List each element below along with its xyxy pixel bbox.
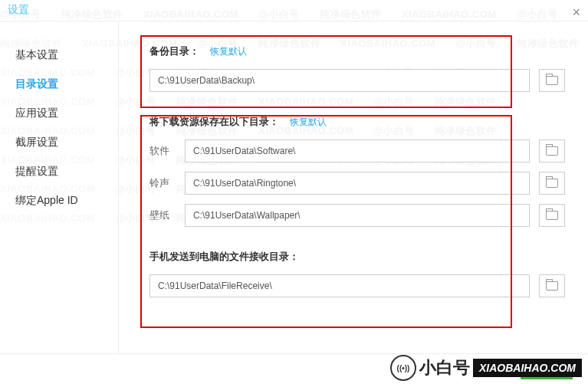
ringtone-path-input[interactable] bbox=[185, 172, 530, 195]
folder-icon bbox=[546, 211, 558, 220]
receive-title: 手机发送到电脑的文件接收目录： bbox=[149, 251, 299, 262]
ringtone-label: 铃声 bbox=[149, 176, 185, 190]
wallpaper-label: 壁纸 bbox=[149, 208, 185, 222]
sidebar: 基本设置 目录设置 应用设置 截屏设置 提醒设置 绑定Apple ID bbox=[0, 21, 119, 353]
browse-wallpaper-button[interactable] bbox=[539, 204, 565, 227]
main-panel: 备份目录： 恢复默认 将下载资源保存在以下目录： 恢复默认 软件 铃声 bbox=[119, 21, 588, 353]
restore-backup-link[interactable]: 恢复默认 bbox=[210, 46, 247, 57]
software-label: 软件 bbox=[149, 144, 185, 158]
sidebar-item-screenshot[interactable]: 截屏设置 bbox=[15, 128, 118, 157]
window-title: 设置 bbox=[8, 3, 29, 15]
footer: 确定 bbox=[0, 353, 588, 384]
section-receive: 手机发送到电脑的文件接收目录： bbox=[149, 250, 565, 297]
folder-icon bbox=[546, 281, 558, 290]
sidebar-item-appleid[interactable]: 绑定Apple ID bbox=[15, 186, 118, 215]
browse-backup-button[interactable] bbox=[539, 69, 565, 92]
restore-download-link[interactable]: 恢复默认 bbox=[290, 117, 327, 127]
section-download: 将下载资源保存在以下目录： 恢复默认 软件 铃声 壁纸 bbox=[149, 115, 565, 227]
backup-path-input[interactable] bbox=[149, 69, 530, 92]
ok-button[interactable]: 确定 bbox=[521, 359, 573, 379]
titlebar: 设置 × bbox=[0, 0, 588, 21]
sidebar-item-reminder[interactable]: 提醒设置 bbox=[15, 157, 118, 186]
close-icon[interactable]: × bbox=[572, 5, 580, 21]
software-path-input[interactable] bbox=[185, 139, 530, 162]
receive-path-input[interactable] bbox=[149, 274, 530, 297]
backup-title: 备份目录： bbox=[149, 45, 199, 57]
folder-icon bbox=[546, 179, 558, 188]
section-backup: 备份目录： 恢复默认 bbox=[149, 44, 565, 92]
wallpaper-path-input[interactable] bbox=[185, 204, 530, 227]
browse-receive-button[interactable] bbox=[539, 274, 565, 297]
browse-software-button[interactable] bbox=[539, 139, 565, 162]
folder-icon bbox=[546, 76, 558, 85]
sidebar-item-basic[interactable]: 基本设置 bbox=[15, 41, 118, 70]
folder-icon bbox=[546, 146, 558, 156]
download-title: 将下载资源保存在以下目录： bbox=[149, 116, 279, 127]
sidebar-item-directory[interactable]: 目录设置 bbox=[15, 70, 118, 99]
browse-ringtone-button[interactable] bbox=[539, 172, 565, 195]
sidebar-item-app[interactable]: 应用设置 bbox=[15, 99, 118, 128]
